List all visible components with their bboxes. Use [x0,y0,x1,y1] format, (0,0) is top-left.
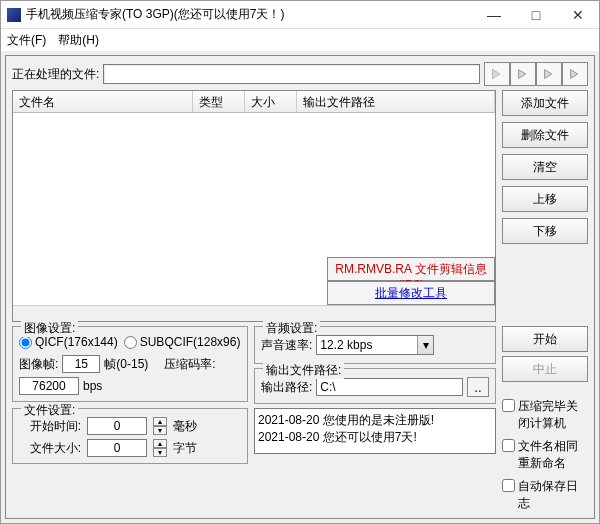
processing-label: 正在处理的文件: [12,66,99,83]
close-button[interactable]: ✕ [557,1,599,28]
start-time-input[interactable] [87,417,147,435]
audio-settings-group: 音频设置: 声音速率: 12.2 kbps ▾ [254,326,496,364]
image-settings-group: 图像设置: QICF(176x144) SUBQCIF(128x96) 图像帧:… [12,326,248,402]
col-path[interactable]: 输出文件路径 [297,91,495,112]
window-title: 手机视频压缩专家(TO 3GP)(您还可以使用7天！) [26,6,473,23]
menubar: 文件(F) 帮助(H) [1,29,599,51]
bitrate-input[interactable] [19,377,79,395]
radio-subqcif[interactable]: SUBQCIF(128x96) [124,335,241,349]
arrow-button-3[interactable] [536,62,562,86]
app-icon [7,8,21,22]
app-window: 手机视频压缩专家(TO 3GP)(您还可以使用7天！) — □ ✕ 文件(F) … [0,0,600,524]
file-settings-group: 文件设置: 开始时间: ▴▾ 毫秒 文件大小: [12,408,248,464]
check-rename[interactable]: 文件名相同重新命名 [502,438,588,472]
bitrate-suffix: bps [83,379,102,393]
processing-file-input[interactable] [103,64,480,84]
add-file-button[interactable]: 添加文件 [502,90,588,116]
menu-file[interactable]: 文件(F) [7,32,46,49]
arrow-button-2[interactable] [510,62,536,86]
audio-rate-label: 声音速率: [261,337,312,354]
audio-settings-title: 音频设置: [263,320,320,337]
start-time-label: 开始时间: [19,418,81,435]
maximize-button[interactable]: □ [515,1,557,28]
arrow-button-4[interactable] [562,62,588,86]
h-scrollbar[interactable] [13,305,495,321]
size-up[interactable]: ▴ [153,439,167,448]
minimize-button[interactable]: — [473,1,515,28]
browse-button[interactable]: .. [467,377,489,397]
output-path-group: 输出文件路径: 输出路径: C:\ .. [254,368,496,404]
file-table: 文件名 类型 大小 输出文件路径 RM.RMVB.RA 文件剪辑信息(ID3) … [12,90,496,322]
audio-rate-combo[interactable]: 12.2 kbps ▾ [316,335,434,355]
log-box[interactable]: 2021-08-20 您使用的是未注册版! 2021-08-20 您还可以使用7… [254,408,496,454]
chevron-down-icon: ▾ [417,336,433,354]
start-button[interactable]: 开始 [502,326,588,352]
output-path-title: 输出文件路径: [263,362,344,379]
table-body[interactable]: RM.RMVB.RA 文件剪辑信息(ID3) 批量修改工具 [13,113,495,305]
file-size-label: 文件大小: [19,440,81,457]
file-size-input[interactable] [87,439,147,457]
stop-button[interactable]: 中止 [502,356,588,382]
check-shutdown[interactable]: 压缩完毕关闭计算机 [502,398,588,432]
size-down[interactable]: ▾ [153,448,167,457]
col-name[interactable]: 文件名 [13,91,193,112]
file-settings-title: 文件设置: [21,402,78,419]
frame-input[interactable] [62,355,100,373]
titlebar: 手机视频压缩专家(TO 3GP)(您还可以使用7天！) — □ ✕ [1,1,599,29]
bitrate-label: 压缩码率: [164,356,215,373]
size-suffix: 字节 [173,440,197,457]
batch-tool-button[interactable]: 批量修改工具 [327,281,495,305]
start-down[interactable]: ▾ [153,426,167,435]
start-up[interactable]: ▴ [153,417,167,426]
frame-label: 图像帧: [19,356,58,373]
delete-file-button[interactable]: 删除文件 [502,122,588,148]
col-size[interactable]: 大小 [245,91,297,112]
check-savelog[interactable]: 自动保存日志 [502,478,588,512]
frame-suffix: 帧(0-15) [104,356,148,373]
move-down-button[interactable]: 下移 [502,218,588,244]
menu-help[interactable]: 帮助(H) [58,32,99,49]
move-up-button[interactable]: 上移 [502,186,588,212]
arrow-button-1[interactable] [484,62,510,86]
output-path-label: 输出路径: [261,379,312,396]
rm-info-button[interactable]: RM.RMVB.RA 文件剪辑信息(ID3) [327,257,495,281]
clear-button[interactable]: 清空 [502,154,588,180]
start-suffix: 毫秒 [173,418,197,435]
image-settings-title: 图像设置: [21,320,78,337]
output-path-value[interactable]: C:\ [316,378,463,396]
radio-qicf[interactable]: QICF(176x144) [19,335,118,349]
col-type[interactable]: 类型 [193,91,245,112]
